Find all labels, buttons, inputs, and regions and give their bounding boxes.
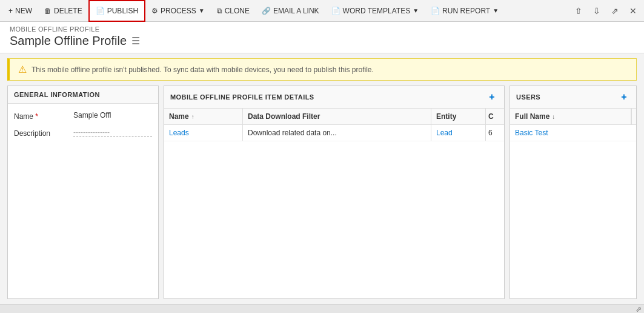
warning-icon: ⚠ [18,64,27,75]
basic-test-link[interactable]: Basic Test [515,129,548,137]
details-table-body: Leads Download related data on... Lead 6 [164,125,504,298]
user-fullname-cell: Basic Test [510,125,636,141]
name-label: Name * [14,111,68,121]
clone-button[interactable]: ⧉ CLONE [211,0,256,22]
row-c-cell: 6 [486,125,504,141]
description-field-row: Description --------------- [14,128,152,138]
publish-icon: 📄 [96,7,105,15]
publish-button[interactable]: 📄 PUBLISH [88,0,145,22]
row-filter-cell: Download related data on... [243,125,431,141]
table-row: Leads Download related data on... Lead 6 [164,125,504,141]
list-item: Basic Test [510,125,636,141]
details-col-name-header: Name ↑ [164,109,243,124]
row-name-cell: Leads [164,125,243,141]
toolbar: + NEW 🗑 DELETE 📄 PUBLISH ⚙ PROCESS ▼ ⧉ C… [0,0,644,22]
details-add-button[interactable]: + [486,91,498,103]
bottom-bar: ⇗ [0,304,644,313]
details-col-filter-header: Data Download Filter [243,109,431,124]
general-info-panel: GENERAL INFORMATION Name * Sample Offl D… [7,86,159,299]
word-templates-icon: 📄 [331,7,340,15]
main-content: GENERAL INFORMATION Name * Sample Offl D… [0,86,644,304]
users-col-fullname-header: Full Name ↓ [510,109,631,124]
word-templates-dropdown-icon: ▼ [413,7,419,14]
toolbar-right-actions: ⇧ ⇩ ⇗ ✕ [570,2,642,19]
details-col-c-header: C [486,109,504,124]
close-button[interactable]: ✕ [625,2,642,19]
leads-link[interactable]: Leads [169,129,189,137]
users-table-body: Basic Test [510,125,636,298]
details-table-header: Name ↑ Data Download Filter Entity C [164,109,504,125]
process-dropdown-icon: ▼ [199,7,205,14]
move-up-button[interactable]: ⇧ [570,2,587,19]
new-label: NEW [15,7,32,15]
row-entity-cell: Lead [431,125,486,141]
name-sort-icon[interactable]: ↑ [191,113,194,120]
process-label: PROCESS [161,7,196,15]
lead-entity-link[interactable]: Lead [436,129,453,137]
email-link-button[interactable]: 🔗 EMAIL A LINK [256,0,325,22]
title-menu-icon[interactable]: ☰ [131,35,140,47]
users-add-button[interactable]: + [618,91,630,103]
expand-button[interactable]: ⇗ [606,2,623,19]
name-value: Sample Offl [73,111,152,119]
details-panel-title: MOBILE OFFLINE PROFILE ITEM DETAILS [170,93,314,101]
details-col-entity-header: Entity [431,109,486,124]
publish-label: PUBLISH [107,7,138,15]
delete-icon: 🗑 [44,7,51,15]
page-title: Sample Offline Profile [10,34,127,48]
delete-button[interactable]: 🗑 DELETE [38,0,88,22]
clone-label: CLONE [225,7,250,15]
warning-message: This mobile offline profile isn't publis… [32,66,374,74]
general-info-header: GENERAL INFORMATION [8,86,158,104]
email-link-icon: 🔗 [262,7,271,15]
details-panel-header: MOBILE OFFLINE PROFILE ITEM DETAILS + [164,86,504,109]
word-templates-label: WORD TEMPLATES [343,7,411,15]
general-info-title: GENERAL INFORMATION [14,91,100,98]
users-table-header: Full Name ↓ [510,109,636,125]
details-panel: MOBILE OFFLINE PROFILE ITEM DETAILS + Na… [164,86,505,299]
required-indicator: * [35,112,38,121]
description-value: --------------- [73,128,152,137]
users-panel-title: USERS [516,93,540,101]
email-link-label: EMAIL A LINK [273,7,319,15]
page-subtitle: MOBILE OFFLINE PROFILE [10,25,634,33]
move-down-button[interactable]: ⇩ [588,2,605,19]
run-report-button[interactable]: 📄 RUN REPORT ▼ [425,0,505,22]
general-info-form: Name * Sample Offl Description ---------… [8,104,158,152]
page-title-row: Sample Offline Profile ☰ [10,34,634,48]
delete-label: DELETE [54,7,82,15]
process-icon: ⚙ [151,7,158,15]
users-panel-header: USERS + [510,86,636,109]
word-templates-button[interactable]: 📄 WORD TEMPLATES ▼ [325,0,425,22]
fullname-sort-icon[interactable]: ↓ [552,113,555,120]
process-button[interactable]: ⚙ PROCESS ▼ [145,0,211,22]
description-label: Description [14,128,68,138]
new-button[interactable]: + NEW [2,0,38,22]
users-panel: USERS + Full Name ↓ Basic Test [510,86,637,299]
clone-icon: ⧉ [217,7,222,15]
run-report-icon: 📄 [431,7,440,15]
warning-banner: ⚠ This mobile offline profile isn't publ… [7,58,637,81]
name-field-row: Name * Sample Offl [14,111,152,121]
page-header: MOBILE OFFLINE PROFILE Sample Offline Pr… [0,22,644,53]
new-icon: + [8,7,13,15]
resize-icon[interactable]: ⇗ [636,305,642,314]
run-report-dropdown-icon: ▼ [493,7,499,14]
users-col-sep [631,109,636,124]
run-report-label: RUN REPORT [442,7,490,15]
